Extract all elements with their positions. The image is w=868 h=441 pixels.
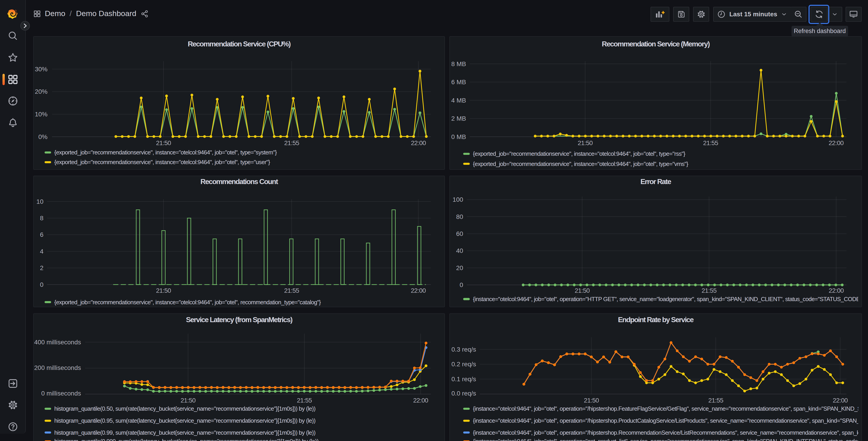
svg-text:21:50: 21:50	[156, 140, 171, 146]
svg-text:22:00: 22:00	[411, 287, 426, 294]
svg-text:20: 20	[456, 264, 463, 271]
svg-text:21:50: 21:50	[578, 140, 593, 146]
svg-text:4: 4	[40, 248, 43, 255]
svg-text:22:00: 22:00	[413, 397, 428, 404]
svg-text:30%: 30%	[35, 66, 48, 73]
svg-text:0 MB: 0 MB	[451, 133, 466, 140]
svg-text:400 milliseconds: 400 milliseconds	[34, 339, 81, 346]
svg-text:22:00: 22:00	[833, 397, 848, 404]
svg-text:22:00: 22:00	[829, 140, 843, 146]
svg-text:21:55: 21:55	[702, 287, 717, 294]
svg-text:10: 10	[36, 198, 43, 205]
svg-text:0%: 0%	[38, 133, 48, 140]
svg-text:6 MB: 6 MB	[451, 79, 466, 86]
svg-text:0: 0	[40, 281, 43, 288]
svg-text:21:50: 21:50	[156, 287, 171, 294]
svg-text:0.1 req/s: 0.1 req/s	[452, 376, 476, 383]
svg-text:2: 2	[40, 264, 43, 271]
svg-text:60: 60	[456, 230, 463, 237]
svg-text:22:00: 22:00	[411, 140, 426, 146]
svg-text:100: 100	[453, 196, 463, 203]
svg-text:80: 80	[456, 213, 463, 220]
svg-text:4 MB: 4 MB	[451, 97, 466, 104]
svg-text:21:50: 21:50	[575, 287, 590, 294]
svg-text:2 MB: 2 MB	[451, 115, 466, 122]
svg-text:0.3 req/s: 0.3 req/s	[452, 346, 476, 353]
svg-text:21:55: 21:55	[284, 287, 299, 294]
svg-text:0 milliseconds: 0 milliseconds	[41, 390, 81, 397]
svg-text:200 milliseconds: 200 milliseconds	[34, 364, 81, 371]
svg-text:22:00: 22:00	[829, 287, 843, 294]
svg-text:40: 40	[456, 247, 463, 254]
svg-text:20%: 20%	[35, 88, 48, 95]
svg-text:0.0 req/s: 0.0 req/s	[452, 390, 476, 397]
svg-text:21:50: 21:50	[584, 397, 599, 404]
svg-text:8 MB: 8 MB	[451, 60, 466, 67]
svg-text:0: 0	[460, 282, 463, 288]
svg-text:21:55: 21:55	[297, 397, 312, 404]
svg-text:6: 6	[40, 231, 43, 238]
svg-text:21:50: 21:50	[181, 397, 195, 404]
svg-text:0.2 req/s: 0.2 req/s	[452, 361, 476, 368]
svg-text:21:55: 21:55	[284, 140, 299, 146]
svg-text:21:55: 21:55	[708, 397, 723, 404]
svg-text:10%: 10%	[35, 111, 48, 118]
svg-text:8: 8	[40, 215, 43, 222]
svg-text:21:55: 21:55	[703, 140, 718, 146]
